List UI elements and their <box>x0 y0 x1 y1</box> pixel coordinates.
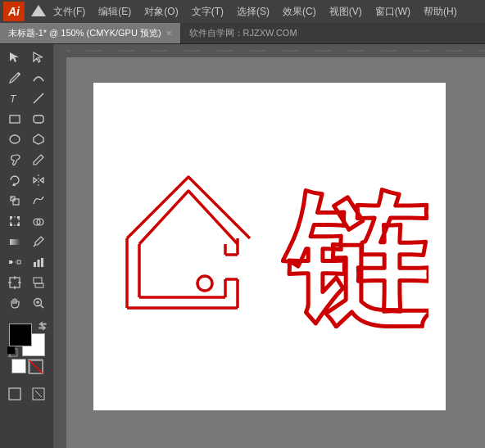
gradient-tool[interactable] <box>3 232 26 251</box>
chinese-character: 链 <box>281 165 428 328</box>
menu-help[interactable]: 帮助(H) <box>418 3 463 20</box>
warp-tool[interactable] <box>27 191 50 210</box>
shape-builder-tool[interactable] <box>27 211 50 231</box>
pen-tool[interactable] <box>3 68 26 88</box>
svg-rect-16 <box>17 216 20 219</box>
svg-point-1 <box>18 73 20 75</box>
rounded-rect-tool[interactable] <box>27 109 50 129</box>
line-tool[interactable] <box>27 88 50 108</box>
svg-marker-0 <box>31 5 46 16</box>
menu-bar: Ai 文件(F) 编辑(E) 对象(O) 文字(T) 选择(S) 效果(C) 视… <box>0 0 485 23</box>
tab-bar: 未标题-1* @ 150% (CMYK/GPU 预览) ✕ 软件自学网：RJZX… <box>0 23 485 44</box>
app-logo: Ai <box>3 2 25 21</box>
screen-mode-tool[interactable] <box>3 384 26 404</box>
reset-default-colors-icon[interactable] <box>7 346 19 358</box>
menu-window[interactable]: 窗口(W) <box>369 3 416 20</box>
rect-tool[interactable] <box>3 109 26 129</box>
stroke-swatch[interactable] <box>28 359 43 373</box>
menu-file[interactable]: 文件(F) <box>48 3 91 20</box>
svg-rect-17 <box>17 224 20 226</box>
svg-line-22 <box>34 245 35 247</box>
svg-rect-27 <box>38 260 40 267</box>
svg-rect-28 <box>41 258 43 267</box>
menu-object[interactable]: 对象(O) <box>138 3 184 20</box>
svg-line-37 <box>41 305 44 309</box>
svg-rect-5 <box>34 115 43 123</box>
toolbar: T <box>0 44 53 448</box>
tool-row-9 <box>2 211 52 231</box>
tool-row-8 <box>2 191 52 210</box>
tab-active[interactable]: 未标题-1* @ 150% (CMYK/GPU 预览) ✕ <box>0 23 181 43</box>
artboard-tool[interactable] <box>3 273 26 292</box>
tab-secondary[interactable]: 软件自学网：RJZXW.COM <box>181 23 306 43</box>
svg-text:T: T <box>10 93 17 105</box>
menu-effect[interactable]: 效果(C) <box>277 3 322 20</box>
svg-rect-49 <box>53 44 66 448</box>
svg-rect-23 <box>9 260 12 264</box>
swap-colors-icon[interactable] <box>37 320 48 332</box>
hand-tool[interactable] <box>3 293 26 313</box>
foreground-color-swatch[interactable] <box>9 324 32 346</box>
svg-marker-9 <box>34 178 37 183</box>
fill-stroke-row <box>5 359 48 373</box>
tool-row-4 <box>2 109 52 129</box>
color-swatches <box>9 324 45 356</box>
polygon-tool[interactable] <box>27 129 50 149</box>
menu-edit[interactable]: 编辑(E) <box>93 3 137 20</box>
tool-row-10 <box>2 232 52 251</box>
tool-row-6 <box>2 150 52 170</box>
svg-line-43 <box>29 360 43 373</box>
artwork: 链 <box>111 165 428 328</box>
direct-select-tool[interactable] <box>27 48 50 67</box>
blend-tool[interactable] <box>3 252 26 272</box>
tool-row-13 <box>2 293 52 313</box>
reflect-tool[interactable] <box>27 170 50 190</box>
vertical-ruler <box>53 44 66 448</box>
tool-row-1 <box>2 48 52 67</box>
menu-icon <box>31 5 46 19</box>
ellipse-tool[interactable] <box>3 129 26 149</box>
eyedropper-tool[interactable] <box>27 232 50 251</box>
tab-label: 未标题-1* @ 150% (CMYK/GPU 预览) <box>8 27 161 39</box>
menu-type[interactable]: 文字(T) <box>186 3 229 20</box>
screen-mode-row <box>3 384 50 404</box>
svg-rect-18 <box>10 224 12 226</box>
svg-rect-35 <box>35 283 43 287</box>
free-transform-tool[interactable] <box>3 211 26 231</box>
canvas: 链 <box>93 83 446 410</box>
tool-row-3: T <box>2 88 52 108</box>
svg-rect-15 <box>10 216 12 219</box>
svg-rect-4 <box>10 115 20 123</box>
fill-swatch[interactable] <box>11 359 26 373</box>
horizontal-ruler <box>53 44 485 57</box>
slice-tool[interactable] <box>27 273 50 292</box>
svg-rect-41 <box>7 346 15 354</box>
svg-marker-7 <box>34 134 43 144</box>
column-chart-tool[interactable] <box>27 252 50 272</box>
canvas-area[interactable]: 链 <box>53 44 485 448</box>
change-screen-tool[interactable] <box>27 384 50 404</box>
svg-rect-44 <box>9 388 20 400</box>
house-icon <box>111 165 266 328</box>
arrow-tool[interactable] <box>3 48 26 67</box>
pencil-tool[interactable] <box>27 150 50 170</box>
svg-rect-26 <box>34 262 36 267</box>
svg-rect-34 <box>34 278 42 283</box>
tool-row-7 <box>2 170 52 190</box>
tool-row-12 <box>2 273 52 292</box>
zoom-tool[interactable] <box>27 293 50 313</box>
tab-close-button[interactable]: ✕ <box>165 29 172 38</box>
svg-rect-24 <box>17 260 20 264</box>
tool-row-11 <box>2 252 52 272</box>
curvature-tool[interactable] <box>27 68 50 88</box>
menu-view[interactable]: 视图(V) <box>324 3 368 20</box>
scale-tool[interactable] <box>3 191 26 210</box>
svg-text:链: 链 <box>283 181 428 328</box>
menu-select[interactable]: 选择(S) <box>231 3 275 20</box>
type-tool[interactable]: T <box>3 88 26 108</box>
tab-secondary-label: 软件自学网：RJZXW.COM <box>189 27 297 39</box>
paintbrush-tool[interactable] <box>3 150 26 170</box>
svg-point-60 <box>197 276 212 291</box>
tool-row-2 <box>2 68 52 88</box>
rotate-tool[interactable] <box>3 170 26 190</box>
